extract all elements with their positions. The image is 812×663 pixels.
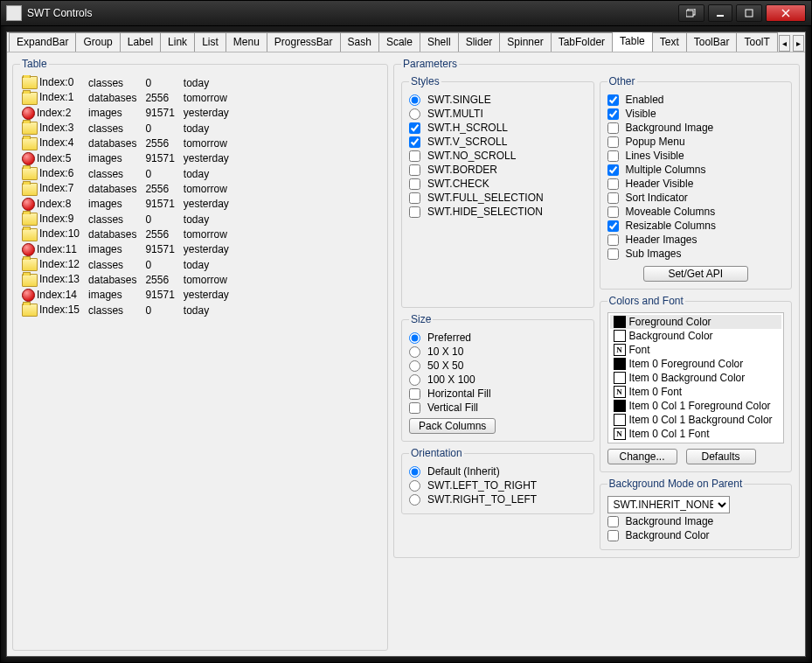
check-swt-no-scroll[interactable]: SWT.NO_SCROLL <box>409 149 586 163</box>
color-item[interactable]: NItem 0 Col 1 Font <box>610 427 782 441</box>
input[interactable] <box>607 530 619 541</box>
input[interactable] <box>409 192 420 204</box>
table-control[interactable]: Index:0classes0todayIndex:1databases2556… <box>20 75 236 318</box>
color-item[interactable]: Item 0 Col 1 Foreground Color <box>610 399 782 413</box>
colors-listbox[interactable]: Foreground ColorBackground ColorNFontIte… <box>607 312 785 443</box>
input[interactable] <box>607 94 619 106</box>
table-row[interactable]: Index:0classes0today <box>20 75 236 90</box>
input[interactable] <box>607 122 619 134</box>
input[interactable] <box>607 136 619 148</box>
restore-down-button[interactable] <box>678 4 704 22</box>
input[interactable] <box>409 122 420 134</box>
input[interactable] <box>607 248 619 260</box>
radio-100-x-100[interactable]: 100 X 100 <box>409 373 586 387</box>
change-button[interactable]: Change... <box>607 449 677 464</box>
radio-10-x-10[interactable]: 10 X 10 <box>409 345 586 359</box>
defaults-button[interactable]: Defaults <box>686 449 756 464</box>
check-horizontal-fill[interactable]: Horizontal Fill <box>409 387 586 401</box>
bgmode-combo[interactable]: SWT.INHERIT_NONE <box>607 496 730 513</box>
close-button[interactable] <box>766 4 806 22</box>
input[interactable] <box>607 164 619 176</box>
color-item[interactable]: Item 0 Background Color <box>610 371 782 385</box>
check-background-color[interactable]: Background Color <box>607 528 785 542</box>
input[interactable] <box>409 360 420 372</box>
input[interactable] <box>409 206 420 218</box>
check-lines-visible[interactable]: Lines Visible <box>607 149 785 163</box>
tab-shell[interactable]: Shell <box>420 32 459 52</box>
table-row[interactable]: Index:15classes0today <box>20 303 236 318</box>
input[interactable] <box>409 164 420 176</box>
check-sort-indicator[interactable]: Sort Indicator <box>607 191 785 205</box>
table-row[interactable]: Index:11images91571yesterday <box>20 242 236 257</box>
titlebar[interactable]: SWT Controls <box>1 1 811 26</box>
radio-swt-right-to-left[interactable]: SWT.RIGHT_TO_LEFT <box>409 492 586 506</box>
tab-expandbar[interactable]: ExpandBar <box>9 32 76 52</box>
tab-table[interactable]: Table <box>612 32 653 52</box>
check-sub-images[interactable]: Sub Images <box>607 247 785 261</box>
check-vertical-fill[interactable]: Vertical Fill <box>409 401 586 415</box>
tab-label[interactable]: Label <box>120 32 161 52</box>
input[interactable] <box>607 178 619 190</box>
input[interactable] <box>409 178 420 190</box>
tab-menu[interactable]: Menu <box>226 32 267 52</box>
table-row[interactable]: Index:6classes0today <box>20 166 236 181</box>
input[interactable] <box>607 192 619 204</box>
tab-sash[interactable]: Sash <box>340 32 379 52</box>
input[interactable] <box>607 516 619 527</box>
table-row[interactable]: Index:5images91571yesterday <box>20 151 236 166</box>
table-row[interactable]: Index:8images91571yesterday <box>20 197 236 212</box>
input[interactable] <box>607 206 619 218</box>
input[interactable] <box>607 220 619 232</box>
check-enabled[interactable]: Enabled <box>607 93 785 107</box>
input[interactable] <box>409 388 420 400</box>
input[interactable] <box>607 150 619 162</box>
tab-link[interactable]: Link <box>160 32 195 52</box>
check-swt-border[interactable]: SWT.BORDER <box>409 163 586 177</box>
tab-scale[interactable]: Scale <box>378 32 420 52</box>
radio-preferred[interactable]: Preferred <box>409 331 586 345</box>
color-item[interactable]: Foreground Color <box>610 315 782 329</box>
table-row[interactable]: Index:13databases2556tomorrow <box>20 272 236 287</box>
tab-scroll-right[interactable]: ▸ <box>793 35 804 52</box>
color-item[interactable]: Item 0 Foreground Color <box>610 357 782 371</box>
minimize-button[interactable] <box>708 4 732 22</box>
check-moveable-columns[interactable]: Moveable Columns <box>607 205 785 219</box>
tab-text[interactable]: Text <box>652 32 687 52</box>
input[interactable] <box>409 494 420 506</box>
table-row[interactable]: Index:1databases2556tomorrow <box>20 90 236 105</box>
color-item[interactable]: Item 0 Col 1 Background Color <box>610 413 782 427</box>
radio-swt-single[interactable]: SWT.SINGLE <box>409 93 586 107</box>
input[interactable] <box>409 136 420 148</box>
check-multiple-columns[interactable]: Multiple Columns <box>607 163 785 177</box>
table-row[interactable]: Index:9classes0today <box>20 212 236 227</box>
input[interactable] <box>409 402 420 414</box>
pack-columns-button[interactable]: Pack Columns <box>409 418 496 434</box>
radio-50-x-50[interactable]: 50 X 50 <box>409 359 586 373</box>
color-item[interactable]: NFont <box>610 343 782 357</box>
table-row[interactable]: Index:12classes0today <box>20 257 236 272</box>
tab-toolt[interactable]: ToolT <box>736 32 777 52</box>
check-visible[interactable]: Visible <box>607 107 785 121</box>
check-background-image[interactable]: Background Image <box>607 514 785 528</box>
check-header-images[interactable]: Header Images <box>607 233 785 247</box>
check-swt-check[interactable]: SWT.CHECK <box>409 177 586 191</box>
table-row[interactable]: Index:2images91571yesterday <box>20 106 236 121</box>
table-row[interactable]: Index:10databases2556tomorrow <box>20 227 236 241</box>
tab-group[interactable]: Group <box>75 32 120 52</box>
set-get-api-button[interactable]: Set/Get API <box>643 266 748 282</box>
table-row[interactable]: Index:7databases2556tomorrow <box>20 181 236 196</box>
input[interactable] <box>607 108 619 120</box>
input[interactable] <box>409 346 420 358</box>
check-swt-full-selection[interactable]: SWT.FULL_SELECTION <box>409 191 586 205</box>
maximize-button[interactable] <box>736 4 762 22</box>
check-background-image[interactable]: Background Image <box>607 121 785 135</box>
tab-scroll-left[interactable]: ◂ <box>779 35 790 52</box>
radio-swt-multi[interactable]: SWT.MULTI <box>409 107 586 121</box>
color-item[interactable]: NItem 0 Font <box>610 385 782 399</box>
input[interactable] <box>409 374 420 386</box>
table-row[interactable]: Index:4databases2556tomorrow <box>20 136 236 150</box>
color-item[interactable]: Background Color <box>610 329 782 343</box>
tab-progressbar[interactable]: ProgressBar <box>267 32 341 52</box>
tab-list[interactable]: List <box>194 32 226 52</box>
input[interactable] <box>409 466 420 478</box>
